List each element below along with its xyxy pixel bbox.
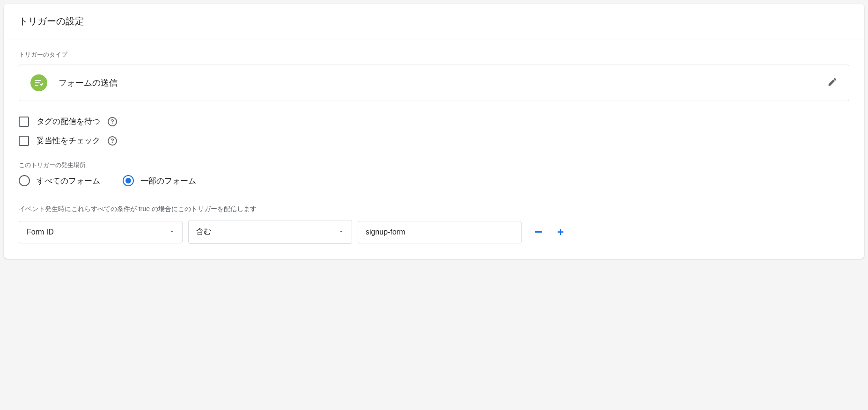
help-icon[interactable]: ? xyxy=(108,136,117,146)
help-icon[interactable]: ? xyxy=(108,117,117,126)
card-body: トリガーのタイプ フォームの送信 タグの配信を待つ xyxy=(4,39,864,259)
conditions-label: イベント発生時にこれらすべての条件が true の場合にこのトリガーを配信します xyxy=(19,205,849,213)
check-validation-label: 妥当性をチェック xyxy=(37,135,100,146)
all-forms-radio[interactable] xyxy=(19,175,30,186)
some-forms-label: 一部のフォーム xyxy=(140,176,196,186)
value-input[interactable] xyxy=(358,221,522,243)
card-header: トリガーの設定 xyxy=(4,4,864,39)
page-title: トリガーの設定 xyxy=(19,15,849,28)
add-condition-button[interactable]: + xyxy=(557,227,564,238)
trigger-type-label: トリガーのタイプ xyxy=(19,51,849,59)
variable-select[interactable]: Form ID xyxy=(19,221,183,243)
chevron-down-icon xyxy=(338,228,344,236)
operator-select-value: 含む xyxy=(196,227,211,237)
all-forms-radio-option[interactable]: すべてのフォーム xyxy=(19,175,100,186)
fires-on-radio-group: すべてのフォーム 一部のフォーム xyxy=(19,175,849,186)
edit-icon[interactable] xyxy=(827,77,838,89)
trigger-config-card: トリガーの設定 トリガーのタイプ フォームの送信 xyxy=(4,4,864,259)
check-validation-checkbox[interactable] xyxy=(19,136,29,146)
chevron-down-icon xyxy=(169,228,175,236)
variable-select-value: Form ID xyxy=(27,228,54,236)
fires-on-label: このトリガーの発生場所 xyxy=(19,161,849,169)
trigger-type-content: フォームの送信 xyxy=(30,74,118,91)
some-forms-radio-option[interactable]: 一部のフォーム xyxy=(123,175,196,186)
condition-row: Form ID 含む − + xyxy=(19,220,849,244)
wait-for-tags-label: タグの配信を待つ xyxy=(37,116,100,127)
form-submit-icon xyxy=(30,74,47,91)
trigger-type-value: フォームの送信 xyxy=(59,77,118,88)
check-validation-row: 妥当性をチェック ? xyxy=(19,135,849,146)
some-forms-radio[interactable] xyxy=(123,175,134,186)
trigger-type-selector[interactable]: フォームの送信 xyxy=(19,65,849,101)
wait-for-tags-checkbox[interactable] xyxy=(19,117,29,127)
all-forms-label: すべてのフォーム xyxy=(37,176,100,186)
condition-actions: − + xyxy=(535,226,564,239)
wait-for-tags-row: タグの配信を待つ ? xyxy=(19,116,849,127)
operator-select[interactable]: 含む xyxy=(188,220,352,244)
remove-condition-button[interactable]: − xyxy=(535,226,542,239)
checkbox-group: タグの配信を待つ ? 妥当性をチェック ? xyxy=(19,116,849,146)
